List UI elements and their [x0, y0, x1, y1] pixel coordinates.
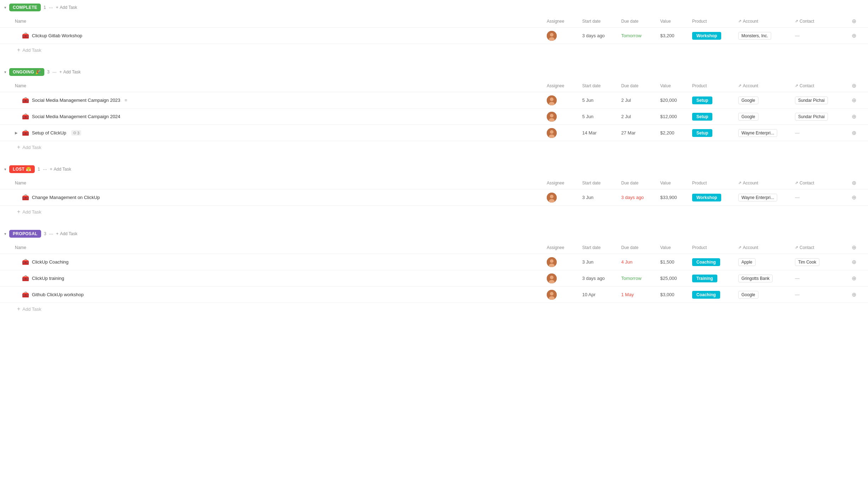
contact-link-icon: ⇗	[795, 83, 798, 88]
section-header[interactable]: ▾ LOST 😤 1 ··· + Add Task	[0, 162, 868, 177]
status-badge[interactable]: PROPOSAL	[9, 230, 41, 238]
product-badge[interactable]: Setup	[692, 96, 712, 104]
add-column-cell[interactable]: ⊕	[850, 31, 864, 40]
product-badge[interactable]: Workshop	[692, 194, 721, 201]
assignee-cell	[545, 110, 580, 123]
contact-dash: —	[795, 130, 800, 136]
product-badge[interactable]: Coaching	[692, 258, 720, 266]
section-menu-icon[interactable]: ···	[43, 166, 47, 172]
contact-badge[interactable]: Sundar Pichai	[795, 113, 828, 121]
add-task-row[interactable]: + Add Task	[0, 44, 868, 56]
product-cell: Setup	[690, 111, 736, 122]
account-badge[interactable]: Wayne Enterpri...	[738, 129, 777, 137]
add-task-button[interactable]: + Add Task	[59, 70, 80, 74]
section-menu-icon[interactable]: ···	[49, 231, 53, 237]
col-name: Name	[13, 16, 545, 26]
add-task-button[interactable]: + Add Task	[50, 167, 71, 172]
task-name[interactable]: Change Management on ClickUp	[32, 195, 100, 200]
task-type-icon: 🧰	[22, 113, 29, 120]
task-name[interactable]: Social Media Management Campaign 2024	[32, 114, 120, 119]
product-badge[interactable]: Workshop	[692, 32, 721, 40]
add-column-cell[interactable]: ⊕	[850, 112, 864, 121]
task-type-icon: 🧰	[22, 97, 29, 104]
contact-badge[interactable]: Sundar Pichai	[795, 96, 828, 104]
due-date-cell: 27 Mar	[619, 129, 658, 137]
product-badge[interactable]: Coaching	[692, 291, 720, 299]
task-type-icon: 🧰	[22, 259, 29, 265]
add-task-row[interactable]: + Add Task	[0, 206, 868, 218]
chevron-down-icon[interactable]: ▾	[4, 167, 6, 172]
status-badge[interactable]: LOST 😤	[9, 165, 35, 173]
task-name[interactable]: Clickup Gitlab Workshop	[32, 33, 82, 38]
table-row: 🧰 ClickUp Coaching 3 Jun 4 Jun $1,500 Co…	[0, 254, 868, 270]
col-value: Value	[658, 16, 690, 26]
col-add[interactable]: ⊕	[850, 16, 864, 26]
add-column-cell[interactable]: ⊕	[850, 273, 864, 283]
account-badge[interactable]: Apple	[738, 258, 756, 266]
add-task-label: Add Task	[54, 167, 71, 172]
col-add[interactable]: ⊕	[850, 243, 864, 252]
col-add[interactable]: ⊕	[850, 81, 864, 90]
expand-button[interactable]: ▶	[15, 131, 19, 135]
section-menu-icon[interactable]: ···	[52, 69, 57, 75]
task-name-cell: 🧰 Social Media Management Campaign 2023 …	[13, 94, 545, 106]
col-due-date: Due date	[619, 81, 658, 90]
chevron-down-icon[interactable]: ▾	[4, 232, 6, 236]
col-add[interactable]: ⊕	[850, 178, 864, 188]
product-cell: Setup	[690, 128, 736, 138]
add-task-button[interactable]: + Add Task	[56, 231, 77, 236]
subtask-number: 3	[77, 131, 79, 135]
product-badge[interactable]: Training	[692, 275, 717, 282]
col-account: ⇗ Account	[736, 178, 793, 188]
add-column-cell[interactable]: ⊕	[850, 193, 864, 202]
add-column-cell[interactable]: ⊕	[850, 128, 864, 138]
account-badge[interactable]: Monsters, Inc.	[738, 32, 771, 40]
contact-cell: —	[793, 274, 850, 282]
task-name[interactable]: Github ClickUp workshop	[32, 292, 84, 297]
add-task-row[interactable]: + Add Task	[0, 303, 868, 315]
account-badge[interactable]: Wayne Enterpri...	[738, 194, 777, 201]
add-column-cell[interactable]: ⊕	[850, 95, 864, 105]
value-cell: $3,000	[658, 291, 690, 299]
chevron-down-icon[interactable]: ▾	[4, 70, 6, 74]
value-cell: $33,900	[658, 193, 690, 201]
start-date-cell: 5 Jun	[580, 96, 619, 104]
product-badge[interactable]: Setup	[692, 129, 712, 137]
col-assignee: Assignee	[545, 16, 580, 26]
task-type-icon: 🧰	[22, 291, 29, 298]
value-cell: $3,200	[658, 32, 690, 40]
add-column-cell[interactable]: ⊕	[850, 290, 864, 299]
task-name[interactable]: Setup of ClickUp	[32, 130, 66, 136]
section-menu-icon[interactable]: ···	[49, 5, 53, 10]
task-type-icon: 🧰	[22, 275, 29, 282]
svg-point-13	[550, 195, 553, 198]
account-badge[interactable]: Google	[738, 291, 758, 299]
section-header[interactable]: ▾ PROPOSAL 3 ··· + Add Task	[0, 226, 868, 241]
add-task-button[interactable]: + Add Task	[56, 5, 77, 10]
add-column-cell[interactable]: ⊕	[850, 257, 864, 267]
subtask-count[interactable]: ⊙ 3	[71, 130, 81, 136]
task-name[interactable]: Social Media Management Campaign 2023	[32, 98, 120, 103]
due-date-cell: 3 days ago	[619, 193, 658, 201]
value-cell: $1,500	[658, 258, 690, 266]
account-link-icon: ⇗	[738, 181, 741, 185]
contact-badge[interactable]: Tim Cook	[795, 258, 819, 266]
account-badge[interactable]: Google	[738, 96, 758, 104]
add-task-row[interactable]: + Add Task	[0, 141, 868, 153]
plus-icon: +	[59, 70, 62, 74]
task-name[interactable]: ClickUp training	[32, 276, 64, 281]
col-start-date: Start date	[580, 243, 619, 252]
status-badge[interactable]: ONGOING 🎉	[9, 68, 44, 76]
task-table: Name Assignee Start date Due date Value …	[0, 241, 868, 315]
status-badge[interactable]: COMPLETE	[9, 4, 41, 11]
section-header[interactable]: ▾ ONGOING 🎉 3 ··· + Add Task	[0, 65, 868, 79]
product-cell: Coaching	[690, 257, 736, 267]
contact-cell: Tim Cook	[793, 257, 850, 267]
product-badge[interactable]: Setup	[692, 113, 712, 121]
chevron-down-icon[interactable]: ▾	[4, 5, 6, 10]
account-badge[interactable]: Gringotts Bank	[738, 275, 773, 282]
section-header[interactable]: ▾ COMPLETE 1 ··· + Add Task	[0, 0, 868, 15]
account-badge[interactable]: Google	[738, 113, 758, 121]
svg-point-1	[550, 33, 553, 37]
task-name[interactable]: ClickUp Coaching	[32, 259, 68, 265]
